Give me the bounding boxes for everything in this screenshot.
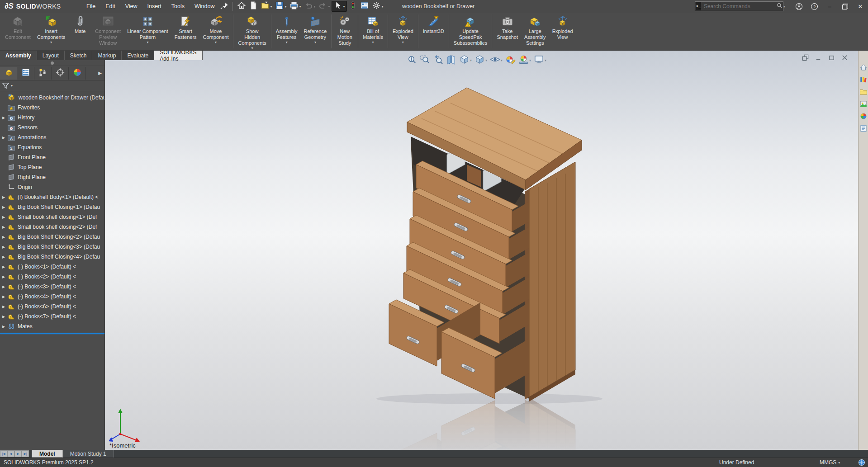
dropdown-caret-icon[interactable]: ▾ <box>470 58 472 62</box>
tab-assembly[interactable]: Assembly <box>0 51 37 60</box>
mate-button[interactable]: Mate <box>68 13 92 50</box>
expand-arrow-icon[interactable]: ▶ <box>0 235 7 239</box>
zoom-fit-button[interactable] <box>405 53 418 67</box>
dropdown-caret-icon[interactable]: ▾ <box>501 58 503 62</box>
tab-nav-first-icon[interactable]: |◀ <box>0 450 7 457</box>
tree-item[interactable]: ▶Big Book Shelf Closing<3> (Defau <box>0 242 104 252</box>
new-motion-study-button[interactable]: New Motion Study <box>333 13 356 50</box>
dropdown-caret-icon[interactable]: ▾ <box>529 58 531 62</box>
task-pane-resources-button[interactable] <box>859 63 868 71</box>
dropdown-caret-icon[interactable]: ▾ <box>147 41 148 44</box>
edit-appearance-button[interactable] <box>504 53 517 67</box>
tree-item[interactable]: ▶Big Book Shelf Closing<4> (Defau <box>0 252 104 262</box>
tree-item[interactable]: Favorites <box>0 103 104 113</box>
doc-restore-icon[interactable] <box>828 54 835 63</box>
tree-item[interactable]: ▶(-) Books<4> (Default) < <box>0 292 104 302</box>
tab-sketch[interactable]: Sketch <box>65 51 93 60</box>
expand-arrow-icon[interactable]: ▶ <box>0 255 7 259</box>
show-hidden-button[interactable]: Show Hidden Components▾ <box>235 13 269 50</box>
expand-arrow-icon[interactable]: ▶ <box>0 215 7 219</box>
units-selector[interactable]: MMGS ▾ <box>820 459 840 466</box>
tree-item[interactable]: Right Plane <box>0 172 104 182</box>
tree-item[interactable]: ▶(-) Books<2> (Default) < <box>0 272 104 282</box>
search-commands-box[interactable]: >_ ▾ <box>695 1 783 11</box>
exploded-view-button[interactable]: Exploded View <box>549 13 576 50</box>
tab-nav-prev-icon[interactable]: ◀ <box>7 450 14 457</box>
panel-tab-configuration-manager[interactable] <box>34 67 52 80</box>
expand-arrow-icon[interactable]: ▶ <box>0 285 7 289</box>
task-pane-appearances-button[interactable] <box>859 112 868 120</box>
tab-motion-study-1[interactable]: Motion Study 1 <box>63 450 114 458</box>
tree-item[interactable]: ▶(-) Books<6> (Default) < <box>0 302 104 311</box>
dropdown-caret-icon[interactable]: ▾ <box>270 5 272 9</box>
linear-pattern-button[interactable]: Linear Component Pattern▾ <box>124 13 171 50</box>
dropdown-caret-icon[interactable]: ▾ <box>299 5 301 9</box>
minimize-button[interactable]: – <box>822 0 837 13</box>
tree-item[interactable]: ▶Small book shelf closing<1> (Def <box>0 212 104 222</box>
panel-tab-display-manager[interactable] <box>69 67 86 80</box>
reference-geometry-button[interactable]: Reference Geometry▾ <box>301 13 330 50</box>
tree-item[interactable]: ▶AAnnotations <box>0 132 104 142</box>
zoom-area-button[interactable] <box>418 53 432 67</box>
hide-show-items-button[interactable]: ▾ <box>489 53 504 67</box>
dropdown-caret-icon[interactable]: ▾ <box>314 5 316 9</box>
move-component-button[interactable]: Move Component▾ <box>200 13 232 50</box>
tree-item[interactable]: ▶History <box>0 113 104 123</box>
tree-item[interactable]: Sensors <box>0 123 104 132</box>
view-settings-button[interactable]: ▾ <box>532 53 548 67</box>
panel-tab-feature-manager[interactable] <box>0 67 17 80</box>
tab-layout[interactable]: Layout <box>37 51 65 60</box>
smart-fasteners-button[interactable]: Smart Fasteners <box>171 13 200 50</box>
update-speedpak-button[interactable]: !Update SpeedPak Subassemblies <box>451 13 491 50</box>
expand-arrow-icon[interactable]: ▶ <box>0 195 7 199</box>
graphics-viewport[interactable]: ▾▾▾▾▾ *Isometric <box>105 51 858 450</box>
expand-arrow-icon[interactable]: ▶ <box>0 325 7 329</box>
view-orientation-button[interactable]: ▾ <box>458 53 473 67</box>
doc-minimize-icon[interactable] <box>815 54 822 63</box>
search-input[interactable] <box>701 3 777 9</box>
expand-arrow-icon[interactable]: ▶ <box>0 315 7 319</box>
search-icon[interactable] <box>777 2 783 10</box>
panel-tab-dimxpert[interactable] <box>52 67 69 80</box>
tree-item[interactable]: ▶(-) Books<3> (Default) < <box>0 282 104 292</box>
doc-close-icon[interactable] <box>841 54 848 63</box>
task-pane-file-explorer-button[interactable] <box>859 88 868 96</box>
dropdown-caret-icon[interactable]: ▾ <box>251 47 253 50</box>
task-pane-view-palette-button[interactable] <box>859 100 868 108</box>
take-snapshot-button[interactable]: Take Snapshot <box>493 13 521 50</box>
tab-evaluate[interactable]: Evaluate <box>122 51 154 60</box>
insert-components-button[interactable]: Insert Components▾ <box>34 13 68 50</box>
tree-item[interactable]: ▶Big Book Shelf Closing<2> (Defau <box>0 232 104 242</box>
doc-tile-icon[interactable] <box>802 54 809 63</box>
dropdown-caret-icon[interactable]: ▾ <box>343 5 345 9</box>
options-gear-button[interactable]: ▾ <box>370 1 385 12</box>
dropdown-caret-icon[interactable]: ▾ <box>328 5 330 9</box>
previous-view-button[interactable] <box>432 53 445 67</box>
expand-arrow-icon[interactable]: ▶ <box>0 225 7 229</box>
file-properties-button[interactable] <box>359 1 370 12</box>
pin-menu-icon[interactable] <box>220 2 230 11</box>
tree-item[interactable]: ▶Mates <box>0 321 104 331</box>
new-document-button[interactable] <box>247 1 259 12</box>
account-icon[interactable] <box>791 0 806 13</box>
dropdown-caret-icon[interactable]: ▾ <box>382 5 384 9</box>
panel-splitter-handle[interactable] <box>0 60 104 66</box>
panel-tab-property-manager[interactable] <box>17 67 34 80</box>
tree-root-item[interactable]: wooden Bookshelf or Drawer (Default) <box>0 93 104 103</box>
tab-nav-next-icon[interactable]: ▶ <box>14 450 22 457</box>
apply-scene-button[interactable]: ▾ <box>517 53 532 67</box>
menu-insert[interactable]: Insert <box>142 1 166 12</box>
menu-edit[interactable]: Edit <box>100 1 120 12</box>
display-style-button[interactable]: ▾ <box>473 53 489 67</box>
expand-arrow-icon[interactable]: ▶ <box>0 136 7 140</box>
home-button[interactable] <box>236 1 247 12</box>
assembly-features-button[interactable]: Assembly Features▾ <box>273 13 301 50</box>
dropdown-caret-icon[interactable]: ▾ <box>485 58 487 62</box>
bookshelf-model[interactable] <box>389 88 582 401</box>
tree-item[interactable]: ΣEquations <box>0 142 104 152</box>
tree-item[interactable]: ▶Big Book Shelf Closing<1> (Defau <box>0 202 104 212</box>
dropdown-caret-icon[interactable]: ▾ <box>314 41 316 44</box>
dropdown-caret-icon[interactable]: ▾ <box>50 41 52 44</box>
menu-view[interactable]: View <box>120 1 142 12</box>
restore-button[interactable] <box>837 0 853 13</box>
